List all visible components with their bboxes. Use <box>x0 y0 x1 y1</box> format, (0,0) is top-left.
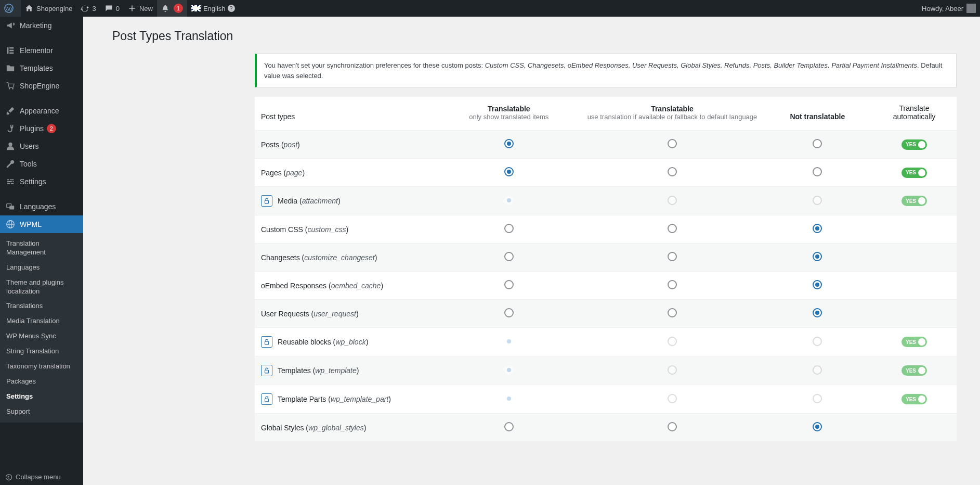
th-col1-l1: Translatable <box>441 105 576 113</box>
radio-option-0[interactable] <box>504 252 514 261</box>
sidebar-item-languages[interactable]: Languages <box>0 198 83 215</box>
toggle-knob <box>918 197 925 205</box>
comments[interactable]: 0 <box>100 0 124 17</box>
toggle-label: YES <box>906 368 916 374</box>
th-col2-l1: Translatable <box>586 105 757 113</box>
th-col1-l2: only show translated items <box>441 113 576 121</box>
sidebar-item-users[interactable]: Users <box>0 137 83 155</box>
radio-option-2[interactable] <box>813 280 822 289</box>
toggle-knob <box>918 338 925 346</box>
sidebar-item-label: Settings <box>20 177 46 186</box>
radio-option-2 <box>813 196 822 205</box>
translate-auto-toggle: YES <box>901 365 927 376</box>
help-icon: ? <box>228 5 235 12</box>
submenu-item-translations[interactable]: Translations <box>0 299 83 314</box>
th-col3: Not translatable <box>768 112 867 121</box>
submenu-item-media-translation[interactable]: Media Translation <box>0 314 83 329</box>
notifications[interactable]: 1 <box>157 0 187 17</box>
svg-rect-13 <box>265 200 269 203</box>
home-icon <box>25 4 33 12</box>
sidebar-item-label: Tools <box>20 160 37 168</box>
th-col4-l2: automatically <box>893 112 936 121</box>
sidebar-item-templates[interactable]: Templates <box>0 59 83 77</box>
radio-option-2[interactable] <box>813 422 822 431</box>
language-label: English <box>203 5 226 12</box>
toggle-label: YES <box>906 142 916 147</box>
sidebar-item-settings[interactable]: Settings <box>0 173 83 190</box>
my-account[interactable]: Howdy, Abeer <box>918 0 980 17</box>
lang-icon <box>5 202 16 211</box>
radio-option-0[interactable] <box>504 139 514 148</box>
radio-option-2[interactable] <box>813 224 822 233</box>
th-col2-l2: use translation if available or fallback… <box>586 113 757 121</box>
flag-uk-icon <box>191 5 201 11</box>
sidebar-item-label: ShopEngine <box>20 82 59 90</box>
post-type-label: Global Styles (wp_global_styles) <box>261 424 366 432</box>
svg-rect-16 <box>265 399 269 402</box>
sidebar-item-label: Plugins <box>20 124 44 133</box>
language-switcher[interactable]: English ? <box>187 0 239 17</box>
sidebar-item-wpml[interactable]: WPML <box>0 215 83 233</box>
translate-auto-toggle[interactable]: YES <box>901 168 927 178</box>
toggle-label: YES <box>906 339 916 345</box>
sidebar-item-marketing[interactable]: Marketing <box>0 17 83 34</box>
avatar <box>966 4 976 13</box>
radio-option-0[interactable] <box>504 422 514 431</box>
radio-option-0[interactable] <box>504 280 514 289</box>
table-row: oEmbed Responses (oembed_cache) <box>255 272 957 300</box>
submenu-item-theme-and-plugins-localization[interactable]: Theme and plugins localization <box>0 275 83 299</box>
sidebar-item-plugins[interactable]: Plugins2 <box>0 120 83 137</box>
radio-option-2[interactable] <box>813 167 822 176</box>
submenu-item-string-translation[interactable]: String Translation <box>0 344 83 359</box>
globe-icon <box>5 220 16 229</box>
new-content[interactable]: New <box>124 0 157 17</box>
wp-logo[interactable] <box>0 0 21 17</box>
radio-option-2 <box>813 365 822 375</box>
wordpress-icon <box>4 4 14 13</box>
table-row: Reusable blocks (wp_block)YES <box>255 328 957 356</box>
radio-option-2[interactable] <box>813 308 822 317</box>
brush-icon <box>5 106 16 116</box>
sidebar-badge: 2 <box>47 124 56 133</box>
submenu-item-taxonomy-translation[interactable]: Taxonomy translation <box>0 359 83 374</box>
radio-option-1[interactable] <box>668 224 677 233</box>
radio-option-1[interactable] <box>668 139 677 148</box>
radio-option-2[interactable] <box>813 139 822 148</box>
submenu-item-wp-menus-sync[interactable]: WP Menus Sync <box>0 329 83 344</box>
notif-badge: 1 <box>174 4 183 13</box>
submenu-item-settings[interactable]: Settings <box>0 389 83 404</box>
cart-icon <box>5 81 16 91</box>
sidebar-item-label: WPML <box>20 220 42 228</box>
radio-option-2[interactable] <box>813 252 822 261</box>
submenu-item-translation-management[interactable]: Translation Management <box>0 236 83 260</box>
translate-auto-toggle: YES <box>901 196 927 206</box>
radio-option-1[interactable] <box>668 252 677 261</box>
radio-option-0[interactable] <box>504 308 514 317</box>
radio-option-1[interactable] <box>668 167 677 176</box>
submenu-item-support[interactable]: Support <box>0 404 83 419</box>
submenu-item-packages[interactable]: Packages <box>0 374 83 389</box>
radio-option-0[interactable] <box>504 167 514 176</box>
main-content: Post Types Translation You haven't set y… <box>83 0 980 462</box>
svg-point-6 <box>12 88 14 90</box>
sidebar-item-tools[interactable]: Tools <box>0 155 83 173</box>
site-name[interactable]: Shopengine <box>21 0 76 17</box>
radio-option-1[interactable] <box>668 280 677 289</box>
post-type-label: Media (attachment) <box>278 197 341 205</box>
radio-option-0[interactable] <box>504 224 514 233</box>
sidebar-item-shopengine[interactable]: ShopEngine <box>0 77 83 95</box>
radio-option-1[interactable] <box>668 422 677 431</box>
svg-rect-9 <box>9 206 14 209</box>
howdy-text: Howdy, Abeer <box>922 5 963 12</box>
radio-option-2 <box>813 337 822 346</box>
radio-option-1[interactable] <box>668 308 677 317</box>
table-row: Posts (post)YES <box>255 131 957 159</box>
th-post-types: Post types <box>261 112 295 121</box>
sidebar-item-appearance[interactable]: Appearance <box>0 102 83 120</box>
updates[interactable]: 3 <box>76 0 100 17</box>
table-row: Templates (wp_template)YES <box>255 356 957 385</box>
svg-rect-1 <box>7 47 9 54</box>
sidebar-item-elementor[interactable]: Elementor <box>0 42 83 59</box>
translate-auto-toggle[interactable]: YES <box>901 139 927 150</box>
submenu-item-languages[interactable]: Languages <box>0 260 83 275</box>
